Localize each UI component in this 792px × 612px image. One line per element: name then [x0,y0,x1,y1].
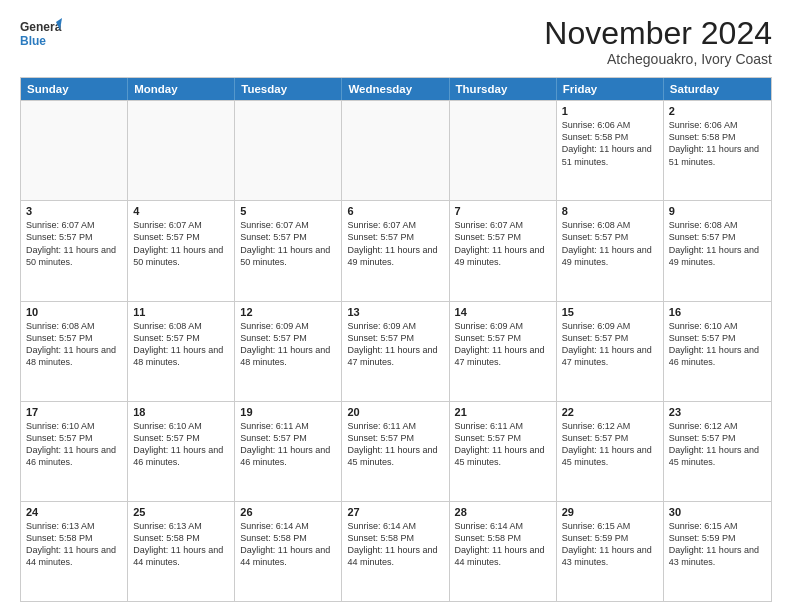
cal-cell: 20Sunrise: 6:11 AM Sunset: 5:57 PM Dayli… [342,402,449,501]
cal-cell: 1Sunrise: 6:06 AM Sunset: 5:58 PM Daylig… [557,101,664,200]
day-number: 20 [347,406,443,418]
day-info: Sunrise: 6:09 AM Sunset: 5:57 PM Dayligh… [455,321,545,367]
day-number: 22 [562,406,658,418]
day-number: 30 [669,506,766,518]
day-info: Sunrise: 6:10 AM Sunset: 5:57 PM Dayligh… [133,421,223,467]
day-info: Sunrise: 6:07 AM Sunset: 5:57 PM Dayligh… [347,220,437,266]
cal-cell: 5Sunrise: 6:07 AM Sunset: 5:57 PM Daylig… [235,201,342,300]
day-info: Sunrise: 6:07 AM Sunset: 5:57 PM Dayligh… [455,220,545,266]
cal-cell: 12Sunrise: 6:09 AM Sunset: 5:57 PM Dayli… [235,302,342,401]
logo-svg: General Blue [20,16,62,52]
day-info: Sunrise: 6:14 AM Sunset: 5:58 PM Dayligh… [347,521,437,567]
day-info: Sunrise: 6:07 AM Sunset: 5:57 PM Dayligh… [26,220,116,266]
day-number: 18 [133,406,229,418]
day-info: Sunrise: 6:06 AM Sunset: 5:58 PM Dayligh… [669,120,759,166]
cal-cell: 19Sunrise: 6:11 AM Sunset: 5:57 PM Dayli… [235,402,342,501]
title-block: November 2024 Atchegouakro, Ivory Coast [544,16,772,67]
cal-cell: 6Sunrise: 6:07 AM Sunset: 5:57 PM Daylig… [342,201,449,300]
day-number: 8 [562,205,658,217]
cal-cell: 29Sunrise: 6:15 AM Sunset: 5:59 PM Dayli… [557,502,664,601]
calendar-body: 1Sunrise: 6:06 AM Sunset: 5:58 PM Daylig… [21,100,771,601]
cal-cell: 3Sunrise: 6:07 AM Sunset: 5:57 PM Daylig… [21,201,128,300]
day-info: Sunrise: 6:15 AM Sunset: 5:59 PM Dayligh… [562,521,652,567]
day-number: 29 [562,506,658,518]
day-info: Sunrise: 6:10 AM Sunset: 5:57 PM Dayligh… [26,421,116,467]
cal-cell [342,101,449,200]
day-info: Sunrise: 6:13 AM Sunset: 5:58 PM Dayligh… [133,521,223,567]
day-info: Sunrise: 6:14 AM Sunset: 5:58 PM Dayligh… [240,521,330,567]
day-number: 12 [240,306,336,318]
cal-cell: 24Sunrise: 6:13 AM Sunset: 5:58 PM Dayli… [21,502,128,601]
page: General Blue November 2024 Atchegouakro,… [0,0,792,612]
cal-cell: 2Sunrise: 6:06 AM Sunset: 5:58 PM Daylig… [664,101,771,200]
day-number: 4 [133,205,229,217]
cal-cell: 26Sunrise: 6:14 AM Sunset: 5:58 PM Dayli… [235,502,342,601]
cal-cell: 16Sunrise: 6:10 AM Sunset: 5:57 PM Dayli… [664,302,771,401]
cal-week-5: 24Sunrise: 6:13 AM Sunset: 5:58 PM Dayli… [21,501,771,601]
cal-cell: 30Sunrise: 6:15 AM Sunset: 5:59 PM Dayli… [664,502,771,601]
cal-cell: 23Sunrise: 6:12 AM Sunset: 5:57 PM Dayli… [664,402,771,501]
day-number: 25 [133,506,229,518]
day-info: Sunrise: 6:08 AM Sunset: 5:57 PM Dayligh… [669,220,759,266]
location: Atchegouakro, Ivory Coast [544,51,772,67]
cal-cell [450,101,557,200]
cal-cell: 25Sunrise: 6:13 AM Sunset: 5:58 PM Dayli… [128,502,235,601]
cal-cell: 11Sunrise: 6:08 AM Sunset: 5:57 PM Dayli… [128,302,235,401]
day-number: 10 [26,306,122,318]
day-info: Sunrise: 6:10 AM Sunset: 5:57 PM Dayligh… [669,321,759,367]
cal-cell [21,101,128,200]
cal-cell: 15Sunrise: 6:09 AM Sunset: 5:57 PM Dayli… [557,302,664,401]
cal-header-cell: Monday [128,78,235,100]
cal-cell: 13Sunrise: 6:09 AM Sunset: 5:57 PM Dayli… [342,302,449,401]
cal-cell: 28Sunrise: 6:14 AM Sunset: 5:58 PM Dayli… [450,502,557,601]
cal-header-cell: Saturday [664,78,771,100]
day-info: Sunrise: 6:07 AM Sunset: 5:57 PM Dayligh… [133,220,223,266]
cal-header-cell: Sunday [21,78,128,100]
day-number: 14 [455,306,551,318]
cal-cell: 18Sunrise: 6:10 AM Sunset: 5:57 PM Dayli… [128,402,235,501]
day-number: 13 [347,306,443,318]
cal-cell: 17Sunrise: 6:10 AM Sunset: 5:57 PM Dayli… [21,402,128,501]
day-info: Sunrise: 6:09 AM Sunset: 5:57 PM Dayligh… [240,321,330,367]
day-number: 19 [240,406,336,418]
cal-cell: 10Sunrise: 6:08 AM Sunset: 5:57 PM Dayli… [21,302,128,401]
cal-cell: 8Sunrise: 6:08 AM Sunset: 5:57 PM Daylig… [557,201,664,300]
logo: General Blue [20,16,62,52]
day-number: 9 [669,205,766,217]
header: General Blue November 2024 Atchegouakro,… [20,16,772,67]
calendar: SundayMondayTuesdayWednesdayThursdayFrid… [20,77,772,602]
day-info: Sunrise: 6:08 AM Sunset: 5:57 PM Dayligh… [562,220,652,266]
cal-header-cell: Thursday [450,78,557,100]
day-number: 27 [347,506,443,518]
day-info: Sunrise: 6:09 AM Sunset: 5:57 PM Dayligh… [347,321,437,367]
day-number: 15 [562,306,658,318]
cal-cell [235,101,342,200]
cal-header-cell: Wednesday [342,78,449,100]
cal-cell: 27Sunrise: 6:14 AM Sunset: 5:58 PM Dayli… [342,502,449,601]
cal-cell: 7Sunrise: 6:07 AM Sunset: 5:57 PM Daylig… [450,201,557,300]
cal-cell [128,101,235,200]
month-title: November 2024 [544,16,772,51]
svg-text:Blue: Blue [20,34,46,48]
day-number: 11 [133,306,229,318]
day-number: 16 [669,306,766,318]
day-info: Sunrise: 6:14 AM Sunset: 5:58 PM Dayligh… [455,521,545,567]
day-info: Sunrise: 6:11 AM Sunset: 5:57 PM Dayligh… [240,421,330,467]
calendar-header-row: SundayMondayTuesdayWednesdayThursdayFrid… [21,78,771,100]
cal-header-cell: Friday [557,78,664,100]
day-number: 28 [455,506,551,518]
day-number: 17 [26,406,122,418]
day-info: Sunrise: 6:08 AM Sunset: 5:57 PM Dayligh… [133,321,223,367]
cal-week-3: 10Sunrise: 6:08 AM Sunset: 5:57 PM Dayli… [21,301,771,401]
day-info: Sunrise: 6:13 AM Sunset: 5:58 PM Dayligh… [26,521,116,567]
day-number: 2 [669,105,766,117]
day-info: Sunrise: 6:15 AM Sunset: 5:59 PM Dayligh… [669,521,759,567]
day-info: Sunrise: 6:12 AM Sunset: 5:57 PM Dayligh… [562,421,652,467]
day-info: Sunrise: 6:12 AM Sunset: 5:57 PM Dayligh… [669,421,759,467]
day-number: 24 [26,506,122,518]
day-number: 23 [669,406,766,418]
cal-week-2: 3Sunrise: 6:07 AM Sunset: 5:57 PM Daylig… [21,200,771,300]
day-info: Sunrise: 6:11 AM Sunset: 5:57 PM Dayligh… [455,421,545,467]
day-info: Sunrise: 6:08 AM Sunset: 5:57 PM Dayligh… [26,321,116,367]
day-number: 3 [26,205,122,217]
